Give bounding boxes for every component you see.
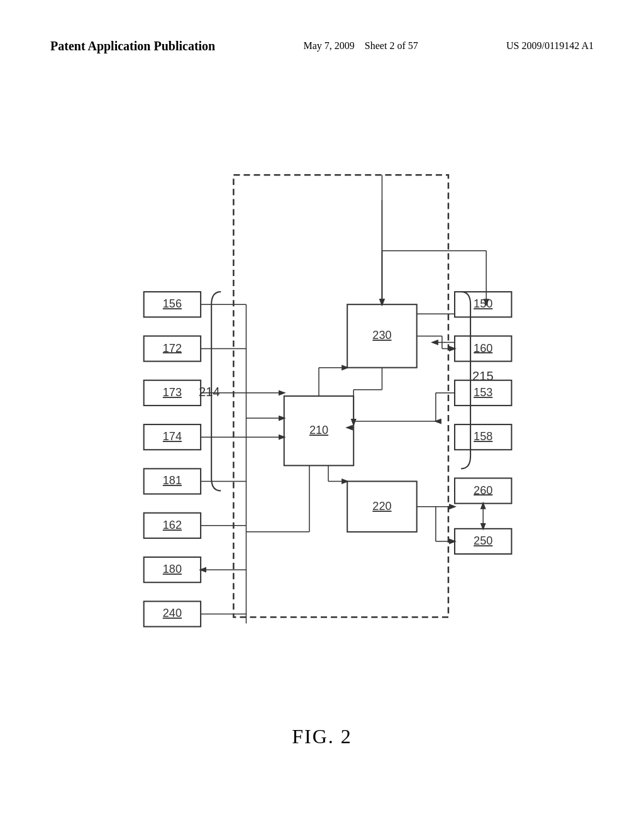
- label-260: 260: [474, 484, 492, 497]
- label-160: 160: [474, 342, 492, 355]
- header: Patent Application Publication May 7, 20…: [0, 38, 644, 54]
- label-174: 174: [163, 430, 182, 443]
- label-220: 220: [372, 500, 391, 512]
- figure-label: FIG. 2: [0, 725, 644, 748]
- patent-number: US 2009/0119142 A1: [506, 38, 594, 54]
- label-214: 214: [199, 385, 219, 399]
- label-180: 180: [163, 563, 182, 575]
- label-156: 156: [163, 297, 182, 310]
- label-172: 172: [163, 342, 182, 355]
- label-150: 150: [474, 297, 492, 310]
- label-158: 158: [474, 430, 492, 443]
- label-210: 210: [309, 424, 328, 436]
- label-181: 181: [163, 475, 182, 487]
- page: Patent Application Publication May 7, 20…: [0, 0, 644, 830]
- label-173: 173: [163, 386, 182, 399]
- diagram-area: 214 215 156 172 173 174 181 162: [50, 126, 594, 704]
- label-230: 230: [372, 329, 391, 341]
- label-250: 250: [474, 534, 492, 547]
- label-240: 240: [163, 607, 182, 619]
- publication-title: Patent Application Publication: [50, 38, 215, 54]
- label-162: 162: [163, 519, 182, 531]
- label-153: 153: [474, 386, 492, 399]
- date-sheet: May 7, 2009 Sheet 2 of 57: [304, 38, 418, 54]
- header-center: May 7, 2009 Sheet 2 of 57: [304, 38, 418, 54]
- circuit-diagram: 214 215 156 172 173 174 181 162: [50, 126, 594, 704]
